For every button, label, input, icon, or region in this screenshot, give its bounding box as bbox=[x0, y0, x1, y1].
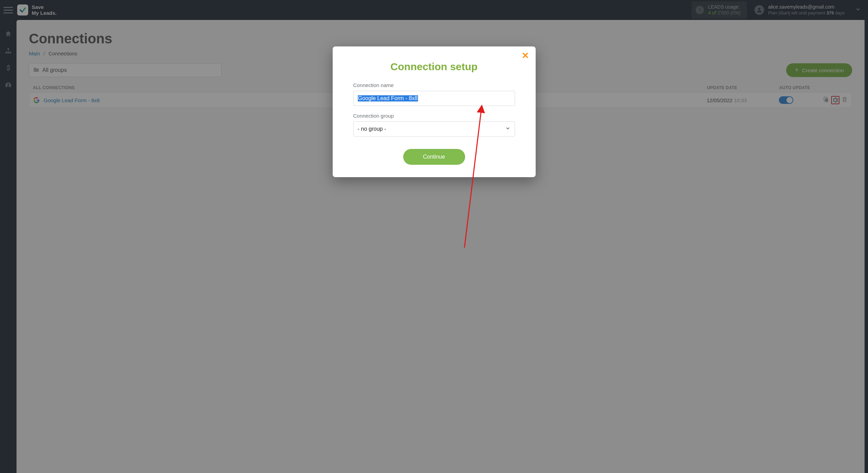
connection-group-select[interactable]: - no group - bbox=[353, 121, 515, 137]
connection-setup-modal: Connection setup Connection name Google … bbox=[333, 46, 536, 177]
modal-title: Connection setup bbox=[353, 61, 515, 73]
name-label: Connection name bbox=[353, 82, 515, 88]
chevron-down-icon bbox=[505, 126, 511, 132]
connection-name-input[interactable]: Google Lead Form - 8x8 bbox=[353, 91, 515, 106]
group-label: Connection group bbox=[353, 113, 515, 119]
continue-button[interactable]: Continue bbox=[403, 149, 465, 165]
close-icon[interactable] bbox=[522, 52, 529, 60]
group-select-value: - no group - bbox=[358, 126, 386, 132]
